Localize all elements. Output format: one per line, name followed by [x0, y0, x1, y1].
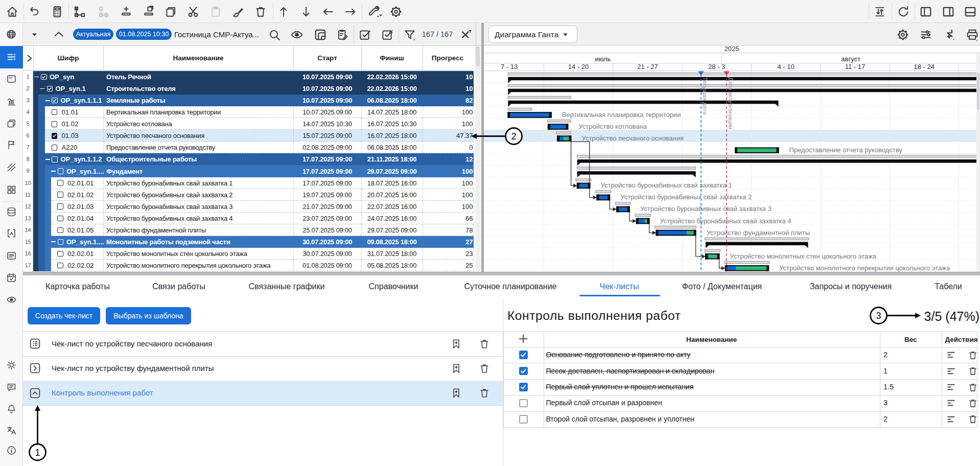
- svg-text:июль: июль: [595, 55, 611, 63]
- svg-text:28 - 3: 28 - 3: [708, 63, 725, 71]
- svg-text:Устройство монолитного перекры: Устройство монолитного перекрытия цоколь…: [779, 264, 950, 272]
- svg-text:Текущая дата: Текущая дата: [702, 77, 708, 115]
- svg-text:Устройство котлована: Устройство котлована: [578, 123, 647, 130]
- svg-text:Устройство буронабивных свай з: Устройство буронабивных свай захватка 2: [620, 193, 752, 201]
- svg-text:Предоставление отчета руководс: Предоставление отчета руководству: [789, 146, 903, 154]
- svg-text:Устройство монолитных стен цок: Устройство монолитных стен цокольного эт…: [730, 252, 877, 260]
- svg-text:Вертикальная планировка террит: Вертикальная планировка территории: [562, 111, 681, 119]
- svg-text:2: 2: [511, 131, 516, 142]
- svg-text:14 - 20: 14 - 20: [568, 63, 589, 71]
- svg-text:Устройство фундаментной плиты: Устройство фундаментной плиты: [707, 229, 810, 237]
- svg-text:21 - 27: 21 - 27: [637, 63, 658, 71]
- svg-text:Устройство буронабивных свай з: Устройство буронабивных свай захватка 4: [660, 217, 791, 225]
- svg-text:1: 1: [35, 448, 40, 458]
- svg-text:Устройство буронабивных свай з: Устройство буронабивных свай захватка 3: [640, 205, 772, 213]
- svg-text:Устройство буронабивных свай з: Устройство буронабивных свай захватка 1: [601, 181, 732, 189]
- svg-text:2025: 2025: [725, 45, 739, 53]
- svg-text:11 - 17: 11 - 17: [845, 63, 866, 71]
- svg-text:18 - 24: 18 - 24: [914, 63, 935, 71]
- svg-text:7 - 13: 7 - 13: [501, 63, 518, 71]
- svg-text:август: август: [841, 55, 860, 63]
- svg-text:4 - 10: 4 - 10: [777, 63, 794, 71]
- svg-text:3: 3: [876, 311, 881, 321]
- svg-text:Дата актуализации: Дата актуализации: [728, 77, 734, 129]
- svg-text:A: A: [10, 230, 13, 236]
- svg-text:Устройство песчаного основания: Устройство песчаного основания: [582, 134, 684, 142]
